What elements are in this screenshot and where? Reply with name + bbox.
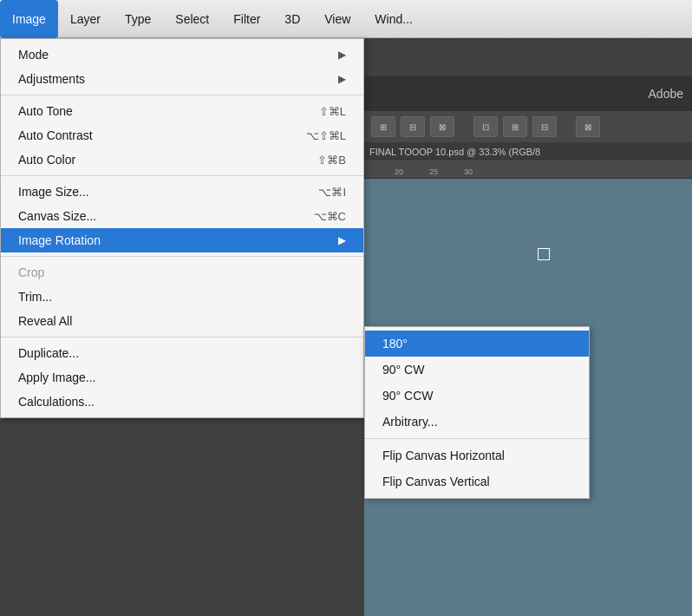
arrow-icon: ▶: [338, 73, 346, 85]
tool-icon-5[interactable]: ⊞: [503, 116, 527, 137]
image-dropdown-menu: Mode ▶ Adjustments ▶ Auto Tone ⇧⌘L Auto …: [0, 38, 364, 418]
menu-row-duplicate[interactable]: Duplicate...: [1, 341, 363, 365]
tool-icon-2[interactable]: ⊟: [401, 116, 425, 137]
selection-rectangle: [538, 248, 550, 260]
menu-row-crop: Crop: [1, 260, 363, 285]
adobe-label: Adobe: [649, 87, 683, 101]
adobe-bar: Adobe: [364, 76, 692, 111]
submenu-row-flip-horizontal[interactable]: Flip Canvas Horizontal: [365, 442, 589, 469]
menu-item-3d[interactable]: 3D: [272, 0, 312, 38]
menu-row-trim[interactable]: Trim...: [1, 285, 363, 309]
menu-item-select[interactable]: Select: [163, 0, 221, 38]
menu-row-canvas-size[interactable]: Canvas Size... ⌥⌘C: [1, 204, 363, 228]
menu-section-4: Crop Trim... Reveal All: [1, 257, 363, 337]
menu-bar: Image Layer Type Select Filter 3D View W…: [0, 0, 692, 38]
submenu-row-90cw[interactable]: 90° CW: [365, 357, 589, 383]
menu-section-3: Image Size... ⌥⌘I Canvas Size... ⌥⌘C Ima…: [1, 176, 363, 257]
menu-row-image-size[interactable]: Image Size... ⌥⌘I: [1, 180, 363, 204]
submenu-row-180[interactable]: 180°: [365, 331, 589, 357]
menu-item-filter[interactable]: Filter: [221, 0, 272, 38]
menu-item-type[interactable]: Type: [113, 0, 163, 38]
file-info-bar: FINAL TOOOP 10.psd @ 33.3% (RGB/8: [364, 142, 692, 161]
toolbar-icons: ⊞ ⊟ ⊠ ⊡ ⊞ ⊟ ⊠: [364, 111, 692, 142]
ruler: 20 25 30: [364, 161, 692, 179]
tool-icon-1[interactable]: ⊞: [371, 116, 395, 137]
image-rotation-submenu: 180° 90° CW 90° CCW Arbitrary... Flip Ca…: [364, 326, 590, 499]
menu-section-5: Duplicate... Apply Image... Calculations…: [1, 337, 363, 417]
menu-item-layer[interactable]: Layer: [58, 0, 113, 38]
tool-icon-6[interactable]: ⊟: [532, 116, 557, 137]
ruler-mark-2: 25: [416, 167, 451, 176]
menu-item-view[interactable]: View: [312, 0, 362, 38]
menu-row-mode[interactable]: Mode ▶: [1, 43, 363, 67]
menu-row-auto-contrast[interactable]: Auto Contrast ⌥⇧⌘L: [1, 123, 363, 147]
menu-item-image[interactable]: Image: [0, 0, 58, 38]
ruler-mark-3: 30: [451, 167, 486, 176]
menu-row-apply-image[interactable]: Apply Image...: [1, 365, 363, 390]
menu-row-reveal-all[interactable]: Reveal All: [1, 309, 363, 333]
submenu-divider: [365, 438, 589, 439]
menu-row-image-rotation[interactable]: Image Rotation ▶: [1, 228, 363, 252]
tool-icon-3[interactable]: ⊠: [430, 116, 454, 137]
menu-section-1: Mode ▶ Adjustments ▶: [1, 39, 363, 95]
menu-section-2: Auto Tone ⇧⌘L Auto Contrast ⌥⇧⌘L Auto Co…: [1, 95, 363, 176]
tool-icon-7[interactable]: ⊠: [576, 116, 600, 137]
menu-row-calculations[interactable]: Calculations...: [1, 390, 363, 414]
submenu-row-arbitrary[interactable]: Arbitrary...: [365, 409, 589, 435]
submenu-row-90ccw[interactable]: 90° CCW: [365, 383, 589, 409]
submenu-row-flip-vertical[interactable]: Flip Canvas Vertical: [365, 469, 589, 495]
arrow-icon: ▶: [338, 49, 346, 61]
menu-row-adjustments[interactable]: Adjustments ▶: [1, 67, 363, 91]
menu-row-auto-tone[interactable]: Auto Tone ⇧⌘L: [1, 99, 363, 123]
menu-row-auto-color[interactable]: Auto Color ⇧⌘B: [1, 147, 363, 172]
ruler-mark-1: 20: [382, 167, 416, 176]
tool-icon-4[interactable]: ⊡: [473, 116, 498, 137]
file-info-text: FINAL TOOOP 10.psd @ 33.3% (RGB/8: [369, 147, 540, 157]
menu-item-window[interactable]: Wind...: [362, 0, 425, 38]
arrow-icon: ▶: [338, 234, 346, 246]
